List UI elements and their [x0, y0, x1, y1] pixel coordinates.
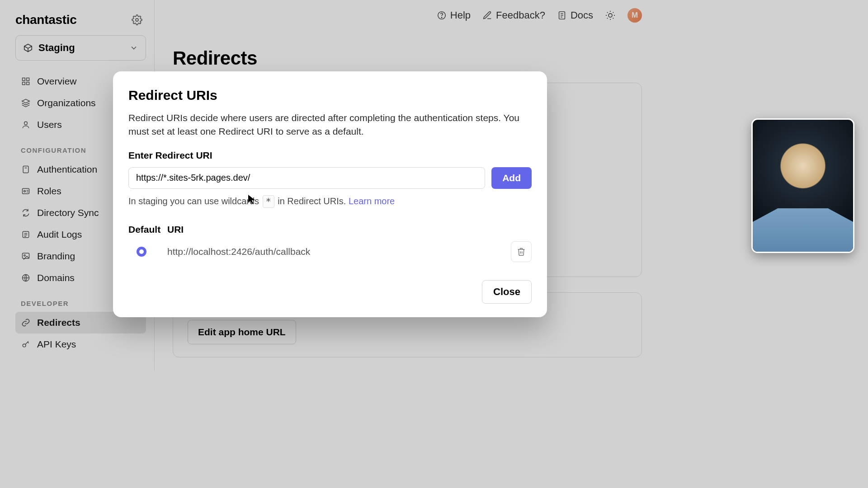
- gear-icon[interactable]: [132, 14, 142, 25]
- sidebar-item-label: Roles: [37, 186, 61, 197]
- svg-point-9: [24, 190, 26, 192]
- wildcard-hint: In staging you can use wildcards * in Re…: [128, 195, 532, 208]
- delete-button[interactable]: [511, 241, 532, 262]
- sidebar-item-label: Redirects: [37, 317, 80, 328]
- sidebar-item-label: Authentication: [37, 164, 97, 175]
- user-icon: [21, 120, 31, 129]
- sidebar-item-label: Branding: [37, 251, 75, 262]
- key-icon: [21, 340, 31, 349]
- help-label: Help: [450, 9, 471, 21]
- sidebar-item-label: Domains: [37, 272, 75, 283]
- theme-toggle-icon[interactable]: [605, 10, 616, 21]
- redirect-uri-table: Default URI http://localhost:2426/auth/c…: [128, 224, 532, 262]
- uri-cell: http://localhost:2426/auth/callback: [167, 246, 511, 257]
- feedback-link[interactable]: Feedback?: [482, 9, 545, 21]
- svg-rect-3: [23, 82, 25, 85]
- sidebar-item-label: Organizations: [37, 98, 96, 108]
- environment-label: Staging: [38, 42, 124, 54]
- svg-point-6: [24, 122, 28, 125]
- trash-icon: [517, 247, 526, 256]
- org-name: chantastic: [15, 13, 77, 27]
- redirect-uris-modal: Redirect URIs Redirect URIs decide where…: [113, 71, 547, 317]
- edit-icon: [482, 10, 492, 20]
- sidebar-item-api-keys[interactable]: API Keys: [15, 333, 146, 355]
- svg-rect-4: [27, 82, 29, 85]
- redirect-uri-input[interactable]: [128, 167, 485, 189]
- close-button[interactable]: Close: [482, 280, 532, 304]
- svg-rect-2: [27, 78, 29, 81]
- chevron-down-icon: [129, 43, 138, 52]
- link-icon: [21, 318, 31, 327]
- sidebar-item-label: Audit Logs: [37, 229, 82, 240]
- svg-rect-7: [23, 166, 28, 173]
- environment-selector[interactable]: Staging: [15, 35, 146, 61]
- col-default: Default: [128, 224, 167, 235]
- svg-rect-1: [23, 78, 25, 81]
- id-icon: [21, 187, 31, 196]
- list-icon: [21, 230, 31, 239]
- svg-marker-5: [22, 99, 30, 103]
- modal-description: Redirect URIs decide where users are dir…: [128, 111, 532, 138]
- docs-label: Docs: [571, 9, 593, 21]
- edit-app-home-url-button[interactable]: Edit app home URL: [188, 320, 296, 344]
- learn-more-link[interactable]: Learn more: [349, 196, 395, 206]
- add-button[interactable]: Add: [491, 167, 532, 189]
- svg-point-0: [136, 19, 138, 21]
- mouse-cursor-icon: [248, 194, 256, 204]
- sidebar-item-label: Users: [37, 119, 62, 130]
- grid-icon: [21, 77, 31, 86]
- feedback-label: Feedback?: [496, 9, 545, 21]
- globe-icon: [21, 273, 31, 282]
- modal-title: Redirect URIs: [128, 88, 532, 103]
- col-uri: URI: [167, 224, 532, 235]
- redirect-uri-field-label: Enter Redirect URI: [128, 150, 532, 161]
- sidebar-item-label: Overview: [37, 76, 77, 87]
- sidebar-item-label: API Keys: [37, 339, 76, 350]
- layers-icon: [21, 99, 31, 108]
- svg-point-18: [609, 14, 612, 17]
- svg-point-12: [24, 255, 25, 256]
- topbar: Help Feedback? Docs M: [437, 8, 642, 23]
- page-title: Redirects: [173, 47, 642, 69]
- image-icon: [21, 252, 31, 261]
- shield-icon: [21, 165, 31, 174]
- sidebar-item-label: Directory Sync: [37, 207, 99, 218]
- avatar[interactable]: M: [627, 8, 642, 23]
- help-icon: [437, 10, 447, 20]
- table-row: http://localhost:2426/auth/callback: [128, 241, 532, 262]
- svg-point-16: [441, 17, 442, 18]
- file-icon: [557, 10, 567, 20]
- cube-icon: [23, 43, 33, 53]
- svg-point-14: [23, 344, 26, 347]
- default-radio[interactable]: [137, 247, 146, 257]
- wildcard-star: *: [263, 195, 274, 208]
- docs-link[interactable]: Docs: [557, 9, 593, 21]
- org-header: chantastic: [15, 10, 146, 35]
- sync-icon: [21, 208, 31, 217]
- help-link[interactable]: Help: [437, 9, 471, 21]
